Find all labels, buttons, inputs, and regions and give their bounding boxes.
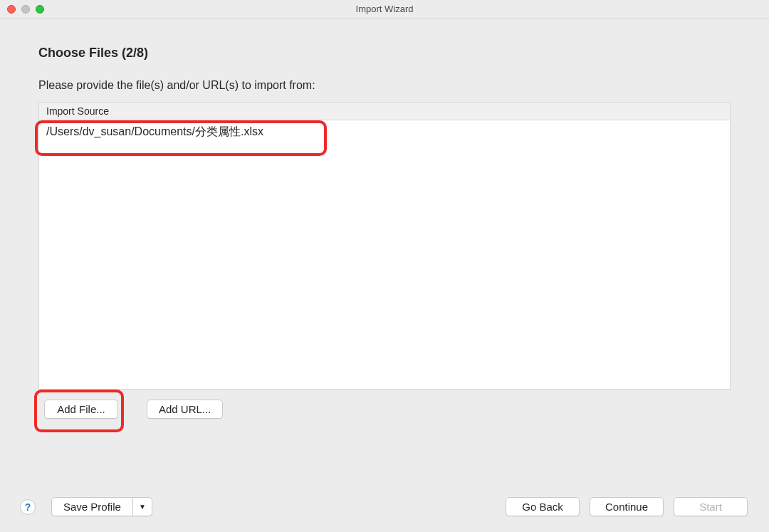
table-body: /Users/dv_susan/Documents/分类属性.xlsx [39,120,730,144]
source-buttons-row: Add File... Add URL... [38,400,731,419]
help-icon[interactable]: ? [20,499,36,515]
add-file-button[interactable]: Add File... [44,400,118,419]
table-row[interactable]: /Users/dv_susan/Documents/分类属性.xlsx [39,120,730,144]
maximize-window-icon[interactable] [36,5,44,14]
wizard-content: Choose Files (2/8) Please provide the fi… [0,19,769,419]
save-profile-split-button: Save Profile ▼ [51,497,152,516]
import-source-table: Import Source /Users/dv_susan/Documents/… [38,102,731,390]
start-button: Start [674,497,748,516]
page-instruction: Please provide the file(s) and/or URL(s)… [38,79,731,92]
add-url-button[interactable]: Add URL... [147,400,223,419]
window-title: Import Wizard [0,4,769,14]
page-heading: Choose Files (2/8) [38,46,731,61]
window-controls [0,5,44,14]
footer-right-buttons: Go Back Continue Start [506,497,748,516]
titlebar: Import Wizard [0,0,769,19]
save-profile-button[interactable]: Save Profile [52,498,133,516]
go-back-button[interactable]: Go Back [506,497,580,516]
minimize-window-icon [21,5,30,14]
wizard-footer: ? Save Profile ▼ Go Back Continue Start [0,497,769,516]
table-header-import-source[interactable]: Import Source [39,103,730,120]
save-profile-dropdown-icon[interactable]: ▼ [133,498,152,516]
continue-button[interactable]: Continue [590,497,664,516]
close-window-icon[interactable] [7,5,16,14]
